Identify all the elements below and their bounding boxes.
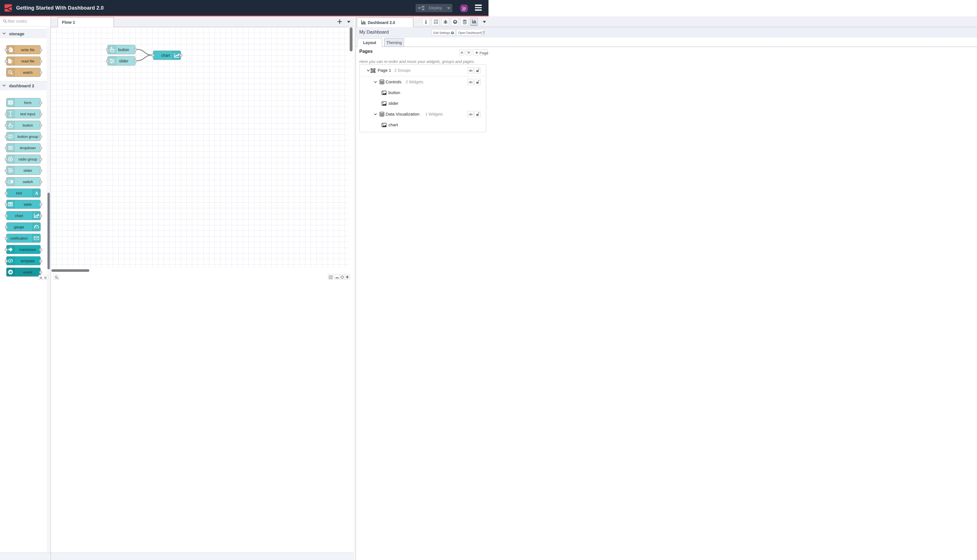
svg-text:A: A	[35, 191, 38, 195]
